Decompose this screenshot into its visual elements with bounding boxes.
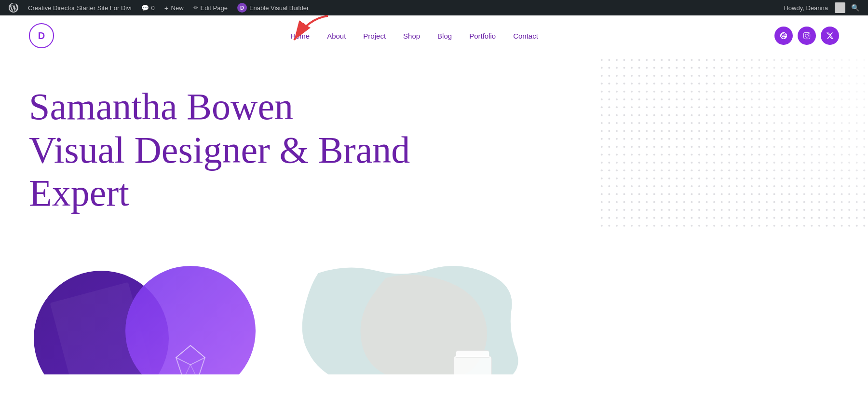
dot-pattern-decoration — [598, 56, 868, 230]
card1-circle-light — [125, 266, 256, 374]
nav-home[interactable]: Home — [290, 32, 310, 40]
nav-blog[interactable]: Blog — [437, 32, 452, 40]
social-icons — [774, 27, 839, 45]
nav-portfolio[interactable]: Portfolio — [469, 32, 496, 40]
main-nav: Home About Project Shop Blog Portfolio C… — [290, 32, 538, 40]
svg-point-3 — [805, 34, 809, 38]
gem-outline — [171, 343, 210, 374]
admin-bar: Creative Director Starter Site For Divi … — [0, 0, 868, 15]
new-label: New — [171, 4, 184, 12]
comments-count: 0 — [151, 4, 155, 12]
site-name-item[interactable]: Creative Director Starter Site For Divi — [24, 0, 136, 15]
nav-contact[interactable]: Contact — [513, 32, 538, 40]
edit-page-item[interactable]: ✏ Edit Page — [190, 0, 231, 15]
site-name-text: Creative Director Starter Site For Divi — [28, 4, 132, 12]
svg-marker-6 — [176, 345, 205, 365]
user-avatar — [835, 2, 845, 13]
divi-icon: D — [237, 3, 247, 13]
instagram-icon[interactable] — [798, 27, 816, 45]
edit-page-label: Edit Page — [201, 4, 228, 12]
twitter-x-icon[interactable] — [821, 27, 839, 45]
pencil-icon: ✏ — [193, 4, 198, 11]
howdy-section[interactable]: Howdy, Deanna — [780, 2, 845, 13]
portfolio-card-1[interactable] — [29, 268, 260, 374]
enable-vb-item[interactable]: D Enable Visual Builder — [233, 0, 312, 15]
site-logo[interactable]: D — [29, 23, 54, 48]
nav-project[interactable]: Project — [363, 32, 386, 40]
hero-title-line1: Samantha Bowen — [29, 85, 293, 127]
admin-bar-right: Howdy, Deanna 🔍 — [780, 2, 863, 13]
nav-about[interactable]: About — [327, 32, 346, 40]
howdy-text: Howdy, Deanna — [780, 4, 832, 12]
portfolio-preview — [0, 259, 868, 374]
enable-vb-label: Enable Visual Builder — [249, 4, 309, 12]
hero-section: Samantha Bowen Visual Designer & Brand E… — [0, 56, 868, 259]
hero-title: Samantha Bowen Visual Designer & Brand E… — [29, 85, 424, 215]
plus-icon: + — [164, 4, 169, 12]
svg-rect-2 — [803, 32, 810, 39]
nav-shop[interactable]: Shop — [403, 32, 420, 40]
site-header: D Home About Project Shop Blog Portfolio… — [0, 15, 868, 56]
dribbble-icon[interactable] — [774, 27, 793, 45]
svg-line-10 — [190, 365, 198, 374]
new-item[interactable]: + New — [161, 0, 188, 15]
svg-line-9 — [183, 365, 190, 374]
comments-item[interactable]: 💬 0 — [137, 0, 159, 15]
hero-title-line3: Expert — [29, 172, 129, 214]
search-icon[interactable]: 🔍 — [847, 4, 863, 12]
svg-point-4 — [808, 33, 809, 34]
portfolio-card-2[interactable] — [289, 268, 521, 374]
comment-icon: 💬 — [141, 4, 149, 12]
product-jar — [453, 348, 492, 374]
wordpress-logo-item[interactable] — [5, 0, 22, 15]
hero-title-line2: Visual Designer & Brand — [29, 129, 410, 171]
